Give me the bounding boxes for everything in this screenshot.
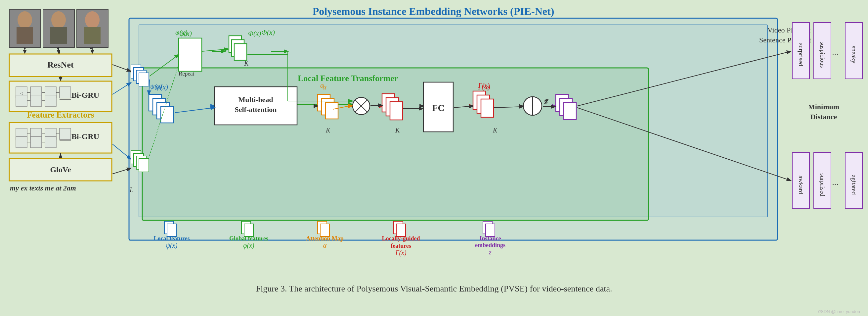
svg-rect-95 <box>84 27 100 44</box>
svg-point-94 <box>85 11 99 28</box>
svg-rect-116 <box>45 95 56 106</box>
svg-text:Polysemous Instance Embedding : Polysemous Instance Embedding Networks (… <box>313 5 554 17</box>
svg-rect-128 <box>45 128 56 139</box>
svg-line-79 <box>149 80 150 94</box>
svg-rect-40 <box>161 106 173 123</box>
svg-text:Multi-head: Multi-head <box>238 95 273 104</box>
svg-point-15 <box>352 97 370 115</box>
svg-rect-34 <box>229 36 242 52</box>
svg-text:Γ(x): Γ(x) <box>395 249 407 257</box>
svg-rect-107 <box>16 87 27 98</box>
svg-rect-49 <box>481 99 494 117</box>
svg-text:Γ(x): Γ(x) <box>478 82 490 89</box>
svg-rect-48 <box>477 95 490 113</box>
svg-marker-101 <box>90 50 94 54</box>
svg-rect-39 <box>157 102 169 119</box>
svg-text:Γ(x): Γ(x) <box>478 83 490 91</box>
svg-rect-1 <box>139 25 768 217</box>
svg-marker-67 <box>55 45 61 50</box>
svg-text:Instance: Instance <box>479 235 501 242</box>
svg-rect-126 <box>30 128 42 139</box>
svg-rect-56 <box>424 82 453 132</box>
svg-rect-153 <box>792 152 809 209</box>
svg-rect-50 <box>556 94 568 112</box>
svg-text:z: z <box>489 249 492 256</box>
svg-marker-105 <box>59 77 63 81</box>
svg-rect-177 <box>396 224 406 236</box>
svg-text:Self-attention: Self-attention <box>235 105 277 114</box>
svg-rect-37 <box>149 94 161 111</box>
svg-rect-123 <box>9 122 112 153</box>
svg-rect-148 <box>814 23 831 79</box>
svg-marker-68 <box>88 45 94 50</box>
svg-rect-75 <box>134 67 144 81</box>
svg-rect-169 <box>244 224 253 236</box>
svg-line-189 <box>202 49 228 51</box>
svg-text:φ(x): φ(x) <box>243 242 254 250</box>
svg-text:...: ... <box>832 47 839 57</box>
svg-rect-130 <box>60 128 71 139</box>
svg-text:suspicious: suspicious <box>819 41 826 67</box>
svg-rect-51 <box>560 98 572 116</box>
svg-rect-89 <box>17 27 33 44</box>
svg-rect-102 <box>9 54 112 77</box>
svg-text:Local features: Local features <box>154 235 190 242</box>
svg-rect-53 <box>214 87 297 125</box>
svg-rect-90 <box>43 9 74 47</box>
svg-rect-140 <box>9 158 112 181</box>
svg-text:Video PIE-Net: Video PIE-Net <box>768 26 810 34</box>
svg-rect-77 <box>139 73 149 86</box>
svg-text:features: features <box>391 242 411 249</box>
svg-point-23 <box>523 97 542 115</box>
svg-rect-36 <box>234 44 247 60</box>
svg-rect-110 <box>30 87 42 98</box>
svg-text:GloVe: GloVe <box>50 165 71 174</box>
svg-text:T: T <box>130 70 134 78</box>
svg-text:Figure 3. The architecture of : Figure 3. The architecture of Polysemous… <box>256 284 612 293</box>
svg-line-202 <box>494 107 523 108</box>
svg-rect-41 <box>317 94 330 111</box>
svg-rect-173 <box>320 224 330 236</box>
svg-rect-151 <box>845 23 862 79</box>
svg-text:ψ(x): ψ(x) <box>150 83 162 90</box>
svg-rect-83 <box>139 159 149 172</box>
svg-line-70 <box>113 65 131 71</box>
svg-text:Locally-guided: Locally-guided <box>382 235 420 242</box>
svg-rect-45 <box>386 98 399 116</box>
svg-rect-120 <box>16 95 27 106</box>
svg-rect-76 <box>136 70 146 84</box>
svg-line-71 <box>113 83 131 94</box>
svg-rect-106 <box>9 81 112 112</box>
svg-point-88 <box>18 11 32 28</box>
svg-text:Local Feature Transformer: Local Feature Transformer <box>298 74 398 83</box>
svg-text:FC: FC <box>432 103 444 113</box>
svg-text:agitated: agitated <box>850 175 858 195</box>
svg-rect-168 <box>242 221 251 234</box>
svg-line-162 <box>577 51 790 106</box>
svg-rect-42 <box>321 98 334 115</box>
svg-rect-35 <box>231 40 244 56</box>
svg-rect-136 <box>16 137 27 148</box>
svg-rect-165 <box>167 224 176 236</box>
svg-rect-46 <box>390 102 403 120</box>
svg-rect-155 <box>814 152 831 209</box>
svg-text:Feature Extractors: Feature Extractors <box>27 110 94 119</box>
svg-text:Repeat: Repeat <box>179 70 194 77</box>
svg-text:K: K <box>326 126 331 134</box>
svg-rect-124 <box>16 128 27 139</box>
svg-rect-172 <box>317 221 327 234</box>
svg-text:φ(x): φ(x) <box>175 28 188 36</box>
svg-line-84 <box>150 65 179 156</box>
connections-svg: Local Feature Transformer φ(x) Φ(x) ψ(x)… <box>0 0 868 316</box>
main-container: Local Feature Transformer φ(x) Φ(x) ψ(x)… <box>0 0 868 316</box>
svg-text:embeddings: embeddings <box>475 242 505 249</box>
svg-line-16 <box>355 100 367 112</box>
svg-text:α: α <box>322 83 327 91</box>
svg-text:α: α <box>323 242 327 249</box>
svg-rect-80 <box>131 151 141 164</box>
svg-line-198 <box>333 105 352 109</box>
svg-text:Bi-GRU: Bi-GRU <box>71 132 99 141</box>
svg-text:K: K <box>244 60 249 67</box>
svg-rect-176 <box>394 221 403 234</box>
svg-text:awkard: awkard <box>798 176 805 194</box>
